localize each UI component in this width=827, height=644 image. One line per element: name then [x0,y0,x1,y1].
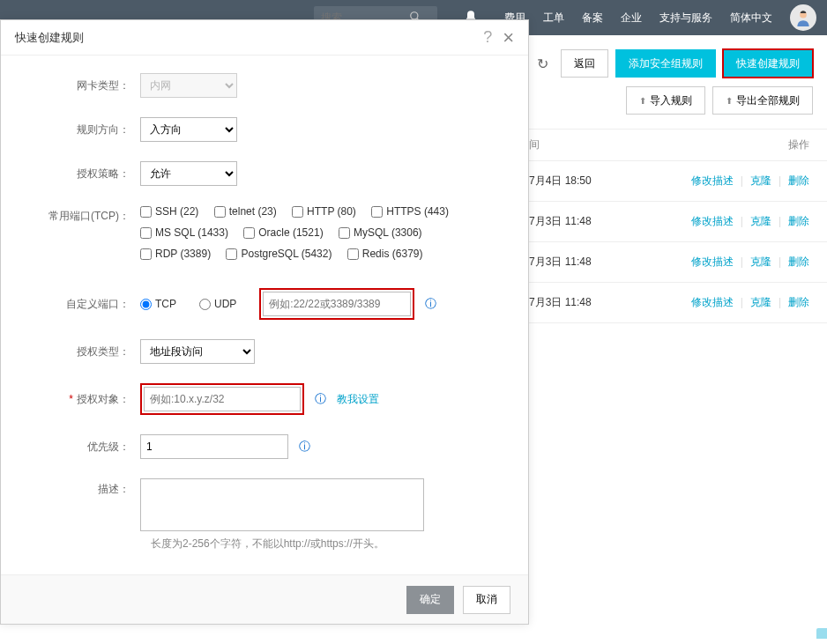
label-policy: 授权策略： [27,167,140,181]
label-desc: 描述： [27,478,140,497]
teach-link[interactable]: 教我设置 [337,392,379,407]
port-http-checkbox[interactable]: HTTP (80) [292,205,356,218]
modify-link[interactable]: 修改描述 [691,255,734,268]
info-icon[interactable]: ⓘ [315,391,326,407]
nav-enterprise[interactable]: 企业 [621,11,642,26]
col-op-header: 操作 [652,137,827,152]
table-row: 7月3日 11:48 修改描述|克隆|删除 [529,283,827,323]
ok-button[interactable]: 确定 [406,586,454,614]
delete-link[interactable]: 删除 [788,215,809,227]
policy-select[interactable]: 允许 [140,161,237,186]
close-icon[interactable]: × [503,26,514,49]
port-mysql-checkbox[interactable]: MySQL (3306) [339,226,422,239]
modify-link[interactable]: 修改描述 [691,174,734,187]
modal-footer: 确定 取消 [1,574,528,624]
info-icon[interactable]: ⓘ [425,296,436,312]
delete-link[interactable]: 删除 [788,174,809,187]
clone-link[interactable]: 克隆 [750,174,771,187]
proto-udp-radio[interactable]: UDP [199,298,236,310]
svg-point-0 [411,11,418,19]
label-direction: 规则方向： [27,122,140,137]
port-rdp-checkbox[interactable]: RDP (3389) [140,248,211,260]
auth-type-select[interactable]: 地址段访问 [140,339,255,364]
cell-ops: 修改描述|克隆|删除 [652,214,827,229]
cell-time: 7月3日 11:48 [529,214,652,229]
nic-type-select: 内网 [140,73,237,98]
port-mssql-checkbox[interactable]: MS SQL (1433) [140,226,228,239]
nav-lang[interactable]: 简体中文 [730,11,772,26]
port-https-checkbox[interactable]: HTTPS (443) [371,205,449,218]
clone-link[interactable]: 克隆 [750,215,771,227]
add-rule-button[interactable]: 添加安全组规则 [615,49,716,78]
port-redis-checkbox[interactable]: Redis (6379) [347,248,423,260]
label-auth-type: 授权类型： [27,344,140,359]
corner-decoration [816,628,827,639]
col-time-header: 间 [529,137,652,152]
delete-link[interactable]: 删除 [788,255,809,268]
desc-textarea[interactable] [140,478,424,531]
modal-header: 快速创建规则 ? × [1,20,528,56]
auth-obj-input[interactable] [144,387,301,411]
export-button[interactable]: 导出全部规则 [712,86,813,115]
modify-link[interactable]: 修改描述 [691,215,734,227]
nav-beian[interactable]: 备案 [582,11,603,26]
nav-support[interactable]: 支持与服务 [659,11,712,26]
desc-hint: 长度为2-256个字符，不能以http://或https://开头。 [151,537,502,551]
label-auth-obj: *授权对象： [27,392,140,407]
nav-ticket[interactable]: 工单 [543,11,564,26]
table-row: 7月4日 18:50 修改描述|克隆|删除 [529,161,827,202]
delete-link[interactable]: 删除 [788,296,809,308]
quick-create-button[interactable]: 快速创建规则 [723,49,813,78]
cancel-button[interactable]: 取消 [463,586,510,614]
clone-link[interactable]: 克隆 [750,255,771,268]
cell-ops: 修改描述|克隆|删除 [652,255,827,270]
direction-select[interactable]: 入方向 [140,117,237,142]
modal-title: 快速创建规则 [15,30,84,46]
label-common-ports: 常用端口(TCP)： [27,205,140,224]
clone-link[interactable]: 克隆 [750,296,771,308]
avatar[interactable] [790,4,816,31]
modify-link[interactable]: 修改描述 [691,296,734,308]
custom-port-input[interactable] [263,292,411,316]
refresh-icon[interactable]: ↻ [537,56,548,72]
table-row: 7月3日 11:48 修改描述|克隆|删除 [529,242,827,283]
port-ssh-checkbox[interactable]: SSH (22) [140,205,198,218]
table-header: 间 操作 [529,130,827,161]
port-telnet-checkbox[interactable]: telnet (23) [214,205,277,218]
label-custom-port: 自定义端口： [27,297,140,312]
label-nic-type: 网卡类型： [27,78,140,93]
cell-ops: 修改描述|克隆|删除 [652,174,827,189]
cell-ops: 修改描述|克隆|删除 [652,295,827,310]
modal-body: 网卡类型： 内网 规则方向： 入方向 授权策略： 允许 常用端口(TCP)： S… [1,56,528,574]
back-button[interactable]: 返回 [561,49,608,78]
quick-create-modal: 快速创建规则 ? × 网卡类型： 内网 规则方向： 入方向 授权策略： 允许 常… [0,19,529,625]
proto-tcp-radio[interactable]: TCP [140,298,176,310]
import-button[interactable]: 导入规则 [626,86,705,115]
help-icon[interactable]: ? [483,28,492,47]
port-oracle-checkbox[interactable]: Oracle (1521) [243,226,323,239]
cell-time: 7月3日 11:48 [529,295,652,310]
table-row: 7月3日 11:48 修改描述|克隆|删除 [529,202,827,242]
cell-time: 7月3日 11:48 [529,255,652,270]
cell-time: 7月4日 18:50 [529,174,652,189]
rules-table: 间 操作 7月4日 18:50 修改描述|克隆|删除 7月3日 11:48 修改… [529,129,827,323]
priority-input[interactable] [140,434,288,459]
info-icon[interactable]: ⓘ [299,439,310,455]
port-postgresql-checkbox[interactable]: PostgreSQL (5432) [226,248,332,260]
label-priority: 优先级： [27,440,140,455]
